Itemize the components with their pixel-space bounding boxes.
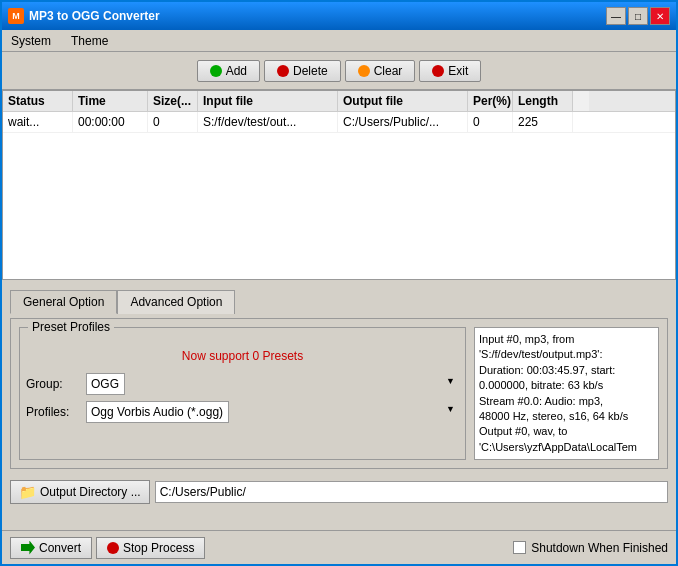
cell-per: 0	[468, 112, 513, 132]
convert-label: Convert	[39, 541, 81, 555]
delete-button[interactable]: Delete	[264, 60, 341, 82]
shutdown-checkbox[interactable]	[513, 541, 526, 554]
header-length: Length	[513, 91, 573, 111]
tabs: General Option Advanced Option	[10, 290, 668, 314]
toolbar: Add Delete Clear Exit	[2, 52, 676, 90]
menu-theme[interactable]: Theme	[66, 32, 113, 50]
profiles-select-wrapper: Ogg Vorbis Audio (*.ogg)	[86, 401, 459, 423]
tab-advanced[interactable]: Advanced Option	[117, 290, 235, 314]
clear-icon	[358, 65, 370, 77]
window-title: MP3 to OGG Converter	[29, 9, 160, 23]
tab-general[interactable]: General Option	[10, 290, 117, 314]
restore-button[interactable]: □	[628, 7, 648, 25]
group-label: Group:	[26, 377, 86, 391]
bottom-bar: Convert Stop Process Shutdown When Finis…	[2, 530, 676, 564]
header-status: Status	[3, 91, 73, 111]
cell-output: C:/Users/Public/...	[338, 112, 468, 132]
delete-label: Delete	[293, 64, 328, 78]
bottom-buttons: Convert Stop Process	[10, 537, 205, 559]
title-bar: M MP3 to OGG Converter — □ ✕	[2, 2, 676, 30]
header-per: Per(%)	[468, 91, 513, 111]
file-list-header: Status Time Size(... Input file Output f…	[3, 91, 675, 112]
preset-group-title: Preset Profiles	[28, 320, 114, 334]
output-dir-button[interactable]: 📁 Output Directory ...	[10, 480, 150, 504]
output-dir-label: Output Directory ...	[40, 485, 141, 499]
header-output: Output file	[338, 91, 468, 111]
header-input: Input file	[198, 91, 338, 111]
add-label: Add	[226, 64, 247, 78]
convert-button[interactable]: Convert	[10, 537, 92, 559]
cell-status: wait...	[3, 112, 73, 132]
group-select-wrapper: OGG	[86, 373, 459, 395]
menubar: System Theme	[2, 30, 676, 52]
preset-profiles-group: Preset Profiles Now support 0 Presets Gr…	[19, 327, 466, 460]
header-size: Size(...	[148, 91, 198, 111]
shutdown-label: Shutdown When Finished	[531, 541, 668, 555]
info-panel: Input #0, mp3, from'S:/f/dev/test/output…	[474, 327, 659, 460]
minimize-button[interactable]: —	[606, 7, 626, 25]
group-select[interactable]: OGG	[86, 373, 125, 395]
window-controls: — □ ✕	[606, 7, 670, 25]
stop-label: Stop Process	[123, 541, 194, 555]
cell-time: 00:00:00	[73, 112, 148, 132]
convert-icon	[21, 541, 35, 555]
delete-icon	[277, 65, 289, 77]
main-window: M MP3 to OGG Converter — □ ✕ System Them…	[0, 0, 678, 566]
profiles-row: Profiles: Ogg Vorbis Audio (*.ogg)	[26, 401, 459, 423]
shutdown-row: Shutdown When Finished	[513, 541, 668, 555]
file-list-body[interactable]: wait... 00:00:00 0 S:/f/dev/test/out... …	[3, 112, 675, 279]
profiles-label: Profiles:	[26, 405, 86, 419]
scrollbar-spacer	[573, 91, 589, 111]
cell-input: S:/f/dev/test/out...	[198, 112, 338, 132]
clear-button[interactable]: Clear	[345, 60, 416, 82]
header-time: Time	[73, 91, 148, 111]
cell-size: 0	[148, 112, 198, 132]
close-button[interactable]: ✕	[650, 7, 670, 25]
folder-icon: 📁	[19, 484, 36, 500]
output-dir-row: 📁 Output Directory ...	[10, 478, 668, 506]
exit-icon	[432, 65, 444, 77]
output-dir-input[interactable]	[155, 481, 668, 503]
app-icon: M	[8, 8, 24, 24]
stop-icon	[107, 542, 119, 554]
exit-label: Exit	[448, 64, 468, 78]
group-row: Group: OGG	[26, 373, 459, 395]
clear-label: Clear	[374, 64, 403, 78]
tab-content: Preset Profiles Now support 0 Presets Gr…	[10, 318, 668, 469]
file-list: Status Time Size(... Input file Output f…	[2, 90, 676, 280]
cell-length: 225	[513, 112, 573, 132]
profiles-select[interactable]: Ogg Vorbis Audio (*.ogg)	[86, 401, 229, 423]
exit-button[interactable]: Exit	[419, 60, 481, 82]
main-content: General Option Advanced Option Preset Pr…	[2, 280, 676, 530]
add-icon	[210, 65, 222, 77]
menu-system[interactable]: System	[6, 32, 56, 50]
table-row[interactable]: wait... 00:00:00 0 S:/f/dev/test/out... …	[3, 112, 675, 133]
stop-button[interactable]: Stop Process	[96, 537, 205, 559]
add-button[interactable]: Add	[197, 60, 260, 82]
preset-support-text: Now support 0 Presets	[26, 349, 459, 363]
